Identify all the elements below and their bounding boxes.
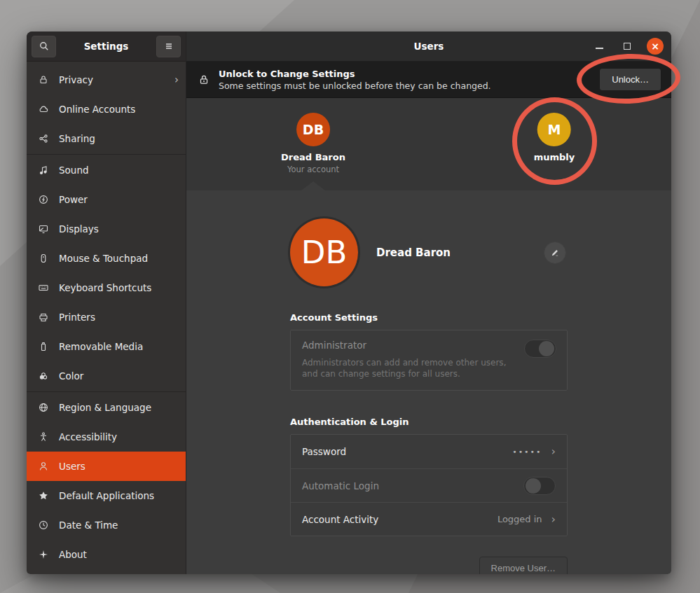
- flash-drive-icon: [37, 341, 49, 353]
- chevron-right-icon: ›: [551, 446, 556, 457]
- unlock-banner: Unlock to Change Settings Some settings …: [186, 62, 671, 98]
- sidebar: Settings Privacy › Online Accounts Shari…: [27, 32, 186, 574]
- titlebar: Users ×: [186, 32, 671, 62]
- automatic-login-row: Automatic Login: [291, 468, 567, 502]
- automatic-login-toggle[interactable]: [523, 477, 556, 495]
- share-icon: [37, 133, 49, 145]
- maximize-button[interactable]: [619, 38, 636, 55]
- sidebar-item-removable-media[interactable]: Removable Media: [27, 332, 186, 361]
- profile-row: DB Dread Baron: [290, 218, 568, 286]
- sidebar-item-color[interactable]: Color: [27, 361, 186, 391]
- sidebar-separator: [27, 391, 186, 392]
- user-chip-dread-baron[interactable]: DB Dread Baron Your account: [281, 113, 345, 174]
- sidebar-item-users[interactable]: Users: [27, 452, 186, 481]
- sidebar-item-label: Region & Language: [59, 402, 151, 413]
- star-icon: [37, 490, 49, 502]
- minimize-icon: [596, 48, 603, 49]
- sidebar-item-about[interactable]: About: [27, 540, 186, 569]
- clock-icon: [37, 519, 49, 531]
- administrator-label: Administrator: [302, 340, 556, 351]
- banner-title: Unlock to Change Settings: [219, 69, 491, 79]
- password-row[interactable]: Password ••••• ›: [291, 435, 567, 468]
- banner-text: Unlock to Change Settings Some settings …: [219, 69, 491, 91]
- sidebar-item-printers[interactable]: Printers: [27, 302, 186, 332]
- sidebar-item-privacy[interactable]: Privacy ›: [27, 65, 186, 95]
- close-icon: ×: [651, 41, 659, 51]
- sidebar-item-label: Sound: [59, 165, 89, 176]
- account-activity-row[interactable]: Account Activity Logged in ›: [291, 502, 567, 536]
- avatar[interactable]: DB: [290, 218, 358, 286]
- keyboard-icon: [37, 282, 49, 294]
- sidebar-list: Privacy › Online Accounts Sharing Sound …: [27, 62, 186, 574]
- sidebar-item-sharing[interactable]: Sharing: [27, 124, 186, 153]
- sidebar-item-keyboard-shortcuts[interactable]: Keyboard Shortcuts: [27, 273, 186, 302]
- sidebar-item-accessibility[interactable]: Accessibility: [27, 422, 186, 452]
- search-icon: [39, 41, 50, 52]
- chevron-right-icon: ›: [551, 514, 556, 525]
- pencil-icon: [550, 248, 560, 258]
- sidebar-item-date-time[interactable]: Date & Time: [27, 510, 186, 540]
- color-circles-icon: [37, 370, 49, 382]
- sidebar-header: Settings: [27, 32, 186, 62]
- administrator-description: Administrators can add and remove other …: [302, 357, 518, 379]
- sidebar-item-label: Color: [59, 370, 83, 382]
- remove-user-button[interactable]: Remove User…: [479, 557, 568, 574]
- window-controls: ×: [591, 32, 664, 61]
- user-name: mumbly: [534, 152, 575, 162]
- sidebar-item-label: Date & Time: [59, 519, 118, 531]
- sidebar-item-label: Privacy: [59, 74, 93, 85]
- sidebar-item-label: Keyboard Shortcuts: [59, 282, 151, 293]
- account-activity-value: Logged in: [497, 514, 542, 524]
- avatar: M: [537, 113, 571, 146]
- sidebar-item-region-language[interactable]: Region & Language: [27, 393, 186, 422]
- music-note-icon: [37, 165, 49, 176]
- close-button[interactable]: ×: [647, 38, 664, 55]
- section-heading-authentication-login: Authentication & Login: [290, 417, 568, 427]
- user-chip-mumbly[interactable]: M mumbly: [534, 113, 575, 162]
- sidebar-separator: [27, 154, 186, 155]
- mouse-icon: [37, 253, 49, 265]
- lock-icon: [37, 74, 49, 86]
- sidebar-item-sound[interactable]: Sound: [27, 155, 186, 185]
- administrator-card: Administrator Administrators can add and…: [290, 330, 568, 391]
- menu-button[interactable]: [156, 36, 181, 57]
- user-carousel: DB Dread Baron Your account M mumbly: [186, 98, 671, 190]
- display-icon: [37, 223, 49, 235]
- sidebar-item-label: Displays: [59, 223, 99, 235]
- maximize-icon: [624, 43, 631, 50]
- toggle-knob: [539, 341, 554, 356]
- rename-button[interactable]: [544, 242, 566, 264]
- profile-name: Dread Baron: [376, 246, 451, 259]
- sidebar-item-default-applications[interactable]: Default Applications: [27, 481, 186, 510]
- password-label: Password: [302, 446, 346, 457]
- printer-icon: [37, 312, 49, 323]
- authentication-card: Password ••••• › Automatic Login Acco: [290, 434, 568, 536]
- sparkle-icon: [37, 549, 49, 561]
- user-subtitle: Your account: [281, 165, 345, 174]
- sidebar-item-power[interactable]: Power: [27, 185, 186, 214]
- page-title: Users: [414, 41, 444, 52]
- footer-actions: Remove User…: [290, 557, 568, 574]
- unlock-button[interactable]: Unlock…: [599, 68, 661, 91]
- main-panel: Users × Unlock to Change Settings Some s…: [186, 32, 671, 574]
- sidebar-item-displays[interactable]: Displays: [27, 214, 186, 244]
- globe-icon: [37, 402, 49, 414]
- administrator-toggle[interactable]: [524, 340, 556, 358]
- lock-icon: [198, 74, 210, 86]
- minimize-button[interactable]: [591, 38, 608, 55]
- account-activity-label: Account Activity: [302, 514, 378, 525]
- avatar: DB: [296, 113, 330, 146]
- user-name: Dread Baron: [281, 152, 345, 162]
- banner-subtitle: Some settings must be unlocked before th…: [219, 81, 491, 91]
- password-dots: •••••: [512, 447, 542, 456]
- section-heading-account-settings: Account Settings: [290, 312, 568, 323]
- settings-window: Settings Privacy › Online Accounts Shari…: [27, 32, 671, 574]
- selected-user-arrow: [301, 181, 325, 190]
- sidebar-item-mouse-touchpad[interactable]: Mouse & Touchpad: [27, 244, 186, 273]
- sidebar-item-label: Default Applications: [59, 490, 154, 501]
- search-button[interactable]: [32, 36, 56, 57]
- sidebar-item-online-accounts[interactable]: Online Accounts: [27, 95, 186, 124]
- user-detail-content: DB Dread Baron Account Settings Administ…: [186, 190, 671, 574]
- hamburger-icon: [163, 41, 174, 52]
- sidebar-item-label: Users: [59, 461, 85, 472]
